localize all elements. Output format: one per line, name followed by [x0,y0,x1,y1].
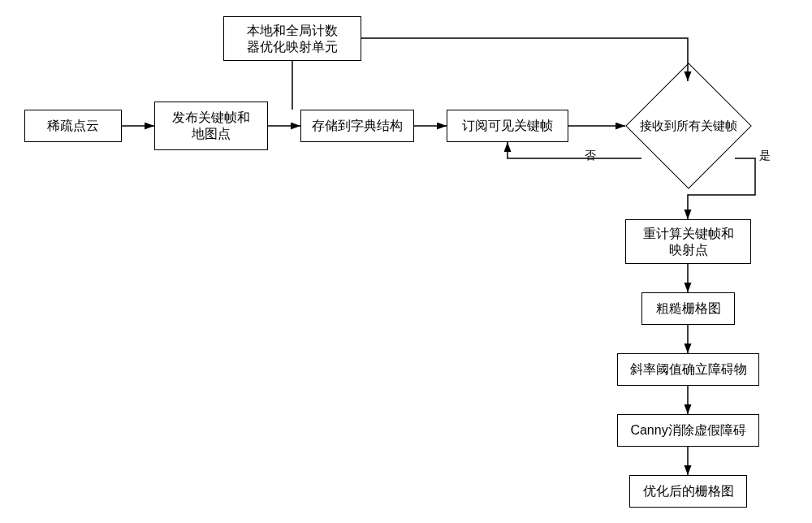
node-label: 斜率阈值确立障碍物 [630,361,747,378]
node-store-dict: 存储到字典结构 [300,110,414,142]
label-yes: 是 [759,149,771,163]
node-rough-grid: 粗糙栅格图 [641,292,735,325]
node-label: 接收到所有关键帧 [640,119,737,134]
node-sparse-point-cloud: 稀疏点云 [24,110,122,142]
node-canny: Canny消除虚假障碍 [617,414,759,447]
node-label: 粗糙栅格图 [656,300,721,317]
node-subscribe-kf: 订阅可见关键帧 [447,110,568,142]
node-label: 本地和全局计数 器优化映射单元 [247,23,338,55]
node-counter-unit: 本地和全局计数 器优化映射单元 [223,16,361,61]
flowchart: 稀疏点云 发布关键帧和 地图点 本地和全局计数 器优化映射单元 存储到字典结构 … [0,0,812,523]
node-optimized-grid: 优化后的栅格图 [629,475,747,508]
node-label: 稀疏点云 [47,118,99,134]
label-no: 否 [585,149,596,163]
node-recompute: 重计算关键帧和 映射点 [625,219,751,264]
node-label: 优化后的栅格图 [643,483,734,499]
node-label: 存储到字典结构 [312,118,403,134]
node-publish-keyframes: 发布关键帧和 地图点 [154,102,268,150]
node-slope-obstacle: 斜率阈值确立障碍物 [617,353,759,386]
node-label: Canny消除虚假障碍 [630,422,745,439]
node-label: 重计算关键帧和 映射点 [643,226,734,258]
node-label: 发布关键帧和 地图点 [172,110,250,142]
node-label: 订阅可见关键帧 [462,118,553,134]
node-decision-received-all: 接收到所有关键帧 [625,81,751,171]
